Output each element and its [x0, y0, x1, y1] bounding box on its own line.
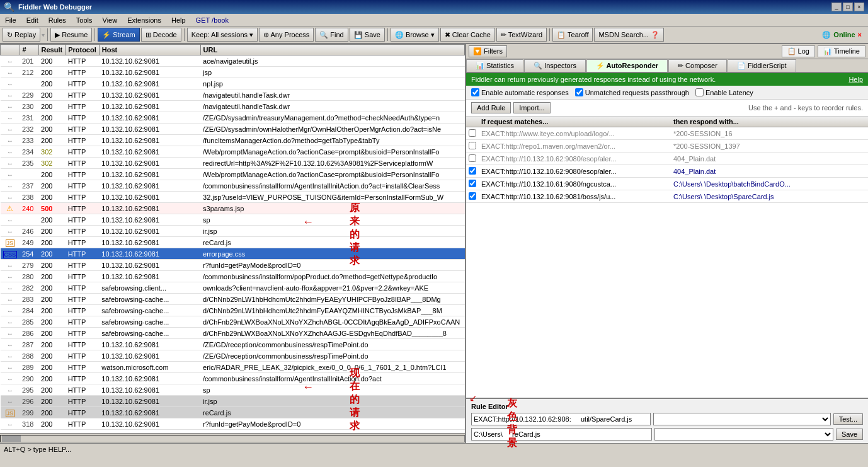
menu-file[interactable]: File [3, 16, 19, 25]
rule-check-input[interactable] [469, 142, 476, 149]
test-button[interactable]: Test... [833, 413, 863, 425]
menu-help[interactable]: Help [169, 16, 188, 25]
unmatched-input[interactable] [575, 88, 583, 96]
menu-get-book[interactable]: GET /book [193, 16, 231, 25]
msdn-button[interactable]: MSDN Search... ❓ [594, 28, 664, 42]
table-row[interactable]: JS 249 200 HTTP 10.132.10.62:9081 reCard… [1, 237, 465, 248]
replay-button[interactable]: ↻ ⟳ Replay Replay [3, 28, 40, 42]
rule-check-input[interactable] [469, 192, 476, 200]
keep-button[interactable]: Keep: All sessions ▾ [187, 28, 258, 42]
table-row[interactable]: ↔ 212 200 HTTP 10.132.10.62:9081 jsp [1, 67, 465, 78]
rule-row[interactable]: EXACT:http://10.132.10.62:9080/esop/aler… [466, 165, 868, 178]
col-number[interactable]: # [20, 45, 38, 55]
table-row[interactable]: ↔ 289 200 HTTP watson.microsoft.com eric… [1, 362, 465, 373]
rule-checkbox[interactable] [469, 167, 481, 176]
rule-match-input[interactable] [471, 413, 651, 425]
menu-view[interactable]: View [100, 16, 120, 25]
horizontal-scrollbar[interactable] [0, 433, 465, 443]
inspectors-tab[interactable]: 🔍 Inspectors [524, 59, 586, 72]
table-row[interactable]: ↔ 231 200 HTTP 10.132.10.62:9081 /ZE/GD/… [1, 112, 465, 124]
save-rule-button[interactable]: Save [836, 429, 863, 440]
rule-row[interactable]: EXACT:http://repo1.maven.org/maven2/or..… [466, 140, 868, 153]
col-result[interactable]: Result [38, 45, 66, 55]
table-row[interactable]: JS 299 200 HTTP 10.132.10.62:9081 reCard… [1, 407, 465, 418]
rule-checkbox[interactable] [469, 154, 481, 163]
table-row[interactable]: ↔ 229 200 HTTP 10.132.10.62:9081 /naviga… [1, 89, 465, 101]
rule-check-input[interactable] [469, 129, 476, 137]
latency-input[interactable] [695, 88, 704, 96]
tearoff-button[interactable]: 📋 Tearoff [552, 28, 593, 42]
fiddlerscript-tab[interactable]: 📄 FiddlerScript [728, 59, 796, 72]
clear-cache-button[interactable]: ✖ Clear Cache [440, 28, 495, 42]
filters-tab[interactable]: 🔽 Filters [469, 45, 507, 57]
col-protocol[interactable]: Protocol [66, 45, 100, 55]
enable-auto-input[interactable] [471, 88, 479, 96]
rule-checkbox[interactable] [469, 192, 481, 201]
table-row[interactable]: ↔ 280 200 HTTP 10.132.10.62:9081 /common… [1, 271, 465, 282]
resume-button[interactable]: ▶ Resume [50, 28, 92, 42]
table-row[interactable]: ↔ 318 200 HTTP 10.132.10.62:9081 r?funId… [1, 418, 465, 430]
table-row[interactable]: ↔ 283 200 HTTP safebrowsing-cache... d/C… [1, 294, 465, 305]
rule-respond-dropdown[interactable] [654, 428, 833, 441]
table-row[interactable]: ↔ 284 200 HTTP safebrowsing-cache... d/C… [1, 305, 465, 316]
rule-checkbox[interactable] [469, 129, 481, 138]
table-row[interactable]: ↔ 230 200 HTTP 10.132.10.62:9081 /naviga… [1, 101, 465, 112]
textwizard-button[interactable]: ✏ TextWizard [496, 28, 547, 42]
rule-match-dropdown[interactable] [653, 413, 830, 425]
table-row[interactable]: ↔ 201 200 HTTP 10.132.10.62:9081 ace/nav… [1, 55, 465, 67]
table-row[interactable]: ↔ 200 HTTP 10.132.10.62:9081 sp [1, 214, 465, 226]
table-row[interactable]: ↔ 286 200 HTTP safebrowsing-cache... d/C… [1, 328, 465, 339]
enable-auto-checkbox[interactable]: Enable automatic responses [471, 88, 569, 96]
table-row[interactable]: ↔ 200 HTTP 10.132.10.62:9081 /Web/prompt… [1, 169, 465, 180]
enable-latency-checkbox[interactable]: Enable Latency [695, 88, 753, 96]
maximize-button[interactable]: □ [843, 3, 853, 11]
table-row[interactable]: ⚠ 240 500 HTTP 10.132.10.62:9081 s3param… [1, 203, 465, 214]
table-row[interactable]: ↔ 288 200 HTTP 10.132.10.62:9081 /ZE/GD/… [1, 350, 465, 362]
table-row[interactable]: ↔ 238 200 HTTP 10.132.10.62:9081 32.jsp?… [1, 192, 465, 203]
table-row[interactable]: ↔ 200 HTTP 10.132.10.62:9081 npl.jsp [1, 78, 465, 89]
rule-respond-input[interactable] [471, 428, 652, 441]
table-row[interactable]: ↔ 235 302 HTTP 10.132.10.62:9081 redirec… [1, 158, 465, 169]
menu-edit[interactable]: Edit [24, 16, 41, 25]
help-link[interactable]: Help [848, 76, 863, 83]
rule-row[interactable]: EXACT:http://10.132.10.62:9081/boss/js/u… [466, 190, 868, 203]
col-host[interactable]: Host [99, 45, 200, 55]
table-row[interactable]: ↔ 290 200 HTTP 10.132.10.62:9081 /common… [1, 373, 465, 384]
rule-check-input[interactable] [469, 180, 476, 187]
rule-check-input[interactable] [469, 167, 476, 175]
table-row[interactable]: ↔ 282 200 HTTP safebrowsing.client... ow… [1, 282, 465, 294]
timeline-tab[interactable]: 📊 Timeline [818, 45, 865, 57]
menu-rules[interactable]: Rules [46, 16, 69, 25]
close-button[interactable]: × [854, 3, 864, 11]
table-row[interactable]: ↔ 287 200 HTTP 10.132.10.62:9081 /ZE/GD/… [1, 339, 465, 350]
table-row[interactable]: ↔ 285 200 HTTP safebrowsing-cache... d/C… [1, 316, 465, 328]
statistics-tab[interactable]: 📊 Statistics [466, 59, 523, 72]
log-tab[interactable]: 📋 Log [782, 45, 815, 57]
table-row[interactable]: ↔ 234 302 HTTP 10.132.10.62:9081 /Web/pr… [1, 146, 465, 158]
table-row[interactable]: ↔ 233 200 HTTP 10.132.10.62:9081 /funcIt… [1, 135, 465, 146]
add-rule-button[interactable]: Add Rule [471, 102, 511, 113]
table-row[interactable]: ↔ 232 200 HTTP 10.132.10.62:9081 /ZE/GD/… [1, 124, 465, 135]
rule-row[interactable]: EXACT:http://www.iteye.com/upload/logo/.… [466, 127, 868, 140]
stream-button[interactable]: ⚡ Stream [98, 28, 139, 42]
rule-row[interactable]: EXACT:http://10.132.10.61:9080/ngcustca.… [466, 178, 868, 190]
autoresponder-tab[interactable]: ⚡ AutoResponder [586, 59, 668, 72]
minimize-button[interactable]: _ [831, 3, 842, 11]
rule-checkbox[interactable] [469, 180, 481, 188]
table-row[interactable]: ↔ 237 200 HTTP 10.132.10.62:9081 /common… [1, 180, 465, 192]
online-close[interactable]: × [858, 31, 862, 38]
decode-button[interactable]: ⊞ Decode [141, 28, 181, 42]
menu-tools[interactable]: Tools [74, 16, 95, 25]
menu-extensions[interactable]: Extensions [125, 16, 164, 25]
table-row[interactable]: ↔ 295 200 HTTP 10.132.10.62:9081 sp [1, 384, 465, 396]
unmatched-passthrough-checkbox[interactable]: Unmatched requests passthrough [575, 88, 689, 96]
table-row[interactable]: ↔ 246 200 HTTP 10.132.10.62:9081 ir.jsp [1, 226, 465, 237]
composer-tab[interactable]: ✏ Composer [668, 59, 727, 72]
rule-check-input[interactable] [469, 154, 476, 162]
table-row[interactable]: ↔ 296 200 HTTP 10.132.10.62:9081 ir.jsp [1, 396, 465, 407]
rule-checkbox[interactable] [469, 142, 481, 151]
import-button[interactable]: Import... [513, 102, 550, 113]
browse-button[interactable]: 🌐 Browse ▾ [391, 28, 439, 42]
replay-dropdown[interactable]: ▾ [42, 32, 45, 38]
any-process-button[interactable]: ⊕ Any Process [259, 28, 314, 42]
